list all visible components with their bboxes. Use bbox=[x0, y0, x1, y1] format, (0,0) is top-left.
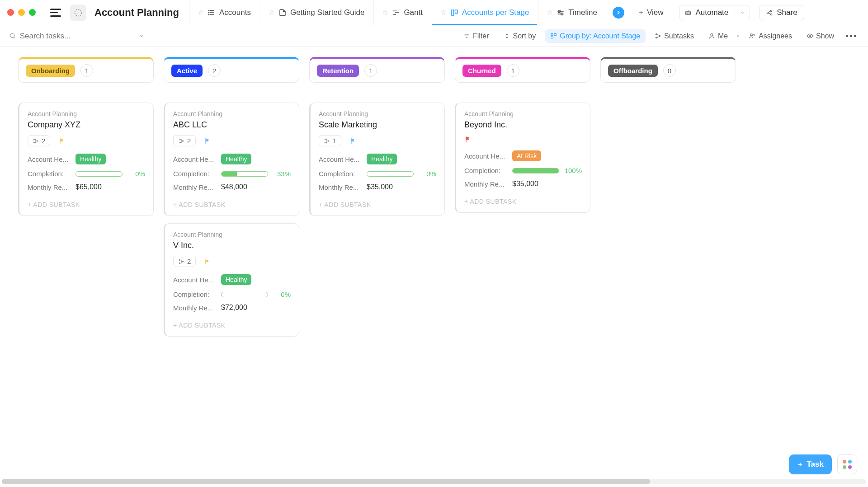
tab-label: Gantt bbox=[404, 8, 423, 17]
subtasks-button[interactable]: Subtasks bbox=[649, 29, 699, 43]
revenue-row: Monthly Re...$35,000 bbox=[319, 183, 436, 191]
chevron-down-icon[interactable] bbox=[735, 10, 745, 15]
svg-point-5 bbox=[208, 12, 209, 13]
search-input[interactable] bbox=[20, 32, 145, 41]
flag-icon[interactable] bbox=[349, 137, 357, 145]
sort-label: Sort by bbox=[513, 32, 536, 40]
tab-accounts-per-stage[interactable]: Accounts per Stage bbox=[432, 0, 537, 25]
person-icon bbox=[708, 33, 715, 39]
health-row: Account He...At Risk bbox=[464, 150, 582, 161]
eye-icon bbox=[807, 33, 813, 39]
task-card[interactable]: Account PlanningABC LLC2Account He...Hea… bbox=[164, 103, 299, 216]
next-views-icon[interactable] bbox=[613, 7, 624, 19]
me-button[interactable]: Me bbox=[703, 29, 733, 43]
show-button[interactable]: Show bbox=[801, 29, 840, 43]
search-icon bbox=[9, 32, 16, 40]
menu-icon[interactable] bbox=[50, 9, 61, 17]
stage-pill: Retention bbox=[317, 65, 359, 77]
progress-value: 100% bbox=[564, 167, 582, 174]
column-churned: Churned1Account PlanningBeyond Inc.Accou… bbox=[455, 57, 590, 337]
column-header[interactable]: Retention1 bbox=[309, 57, 445, 83]
group-label: Group by: Account Stage bbox=[560, 32, 640, 40]
card-title: ABC LLC bbox=[173, 120, 291, 130]
close-window-icon[interactable] bbox=[7, 9, 14, 16]
svg-point-39 bbox=[750, 34, 752, 36]
add-subtask-button[interactable]: + ADD SUBTASK bbox=[28, 197, 145, 212]
new-task-label: Task bbox=[807, 460, 824, 469]
robot-icon bbox=[684, 9, 692, 17]
count-badge: 1 bbox=[507, 64, 519, 77]
task-card[interactable]: Account PlanningCompany XYZ2Account He..… bbox=[18, 103, 154, 216]
tab-getting-started-guide[interactable]: Getting Started Guide bbox=[260, 0, 373, 25]
subtask-count[interactable]: 1 bbox=[319, 135, 341, 146]
floating-actions: Task bbox=[789, 454, 858, 474]
svg-point-50 bbox=[179, 262, 180, 263]
sort-button[interactable]: Sort by bbox=[498, 29, 542, 43]
tab-gantt[interactable]: Gantt bbox=[373, 0, 431, 25]
filter-button[interactable]: Filter bbox=[458, 29, 495, 43]
progress-value: 0% bbox=[127, 170, 145, 178]
svg-point-41 bbox=[809, 35, 811, 37]
add-subtask-button[interactable]: + ADD SUBTASK bbox=[464, 193, 582, 209]
count-badge: 2 bbox=[208, 64, 221, 77]
svg-point-44 bbox=[33, 142, 34, 143]
field-label: Account He... bbox=[173, 155, 217, 163]
column-header[interactable]: Active2 bbox=[164, 57, 299, 83]
space-icon[interactable] bbox=[70, 5, 86, 21]
meta-row: 1 bbox=[319, 135, 436, 146]
svg-point-35 bbox=[656, 34, 657, 35]
column-header[interactable]: Churned1 bbox=[455, 57, 590, 83]
svg-rect-10 bbox=[451, 10, 453, 15]
flag-icon[interactable] bbox=[204, 137, 211, 145]
horizontal-scrollbar[interactable] bbox=[2, 479, 866, 484]
health-badge: At Risk bbox=[512, 150, 541, 161]
svg-point-46 bbox=[182, 140, 183, 141]
svg-point-40 bbox=[753, 34, 755, 36]
apps-button[interactable] bbox=[837, 454, 857, 474]
subtask-count[interactable]: 2 bbox=[28, 135, 50, 146]
window-controls bbox=[7, 9, 36, 16]
task-card[interactable]: Account PlanningScale Marketing1Account … bbox=[309, 103, 445, 216]
subtask-count[interactable]: 2 bbox=[173, 135, 196, 146]
chevron-down-icon[interactable] bbox=[138, 33, 145, 39]
flag-icon[interactable] bbox=[464, 135, 472, 143]
flag-icon[interactable] bbox=[58, 137, 66, 145]
minimize-window-icon[interactable] bbox=[18, 9, 25, 16]
tab-accounts[interactable]: Accounts bbox=[189, 0, 259, 25]
plus-icon bbox=[797, 461, 803, 468]
scrollbar-thumb[interactable] bbox=[2, 479, 650, 484]
assignees-button[interactable]: Assignees bbox=[743, 29, 797, 43]
add-subtask-button[interactable]: + ADD SUBTASK bbox=[319, 197, 436, 212]
automate-label: Automate bbox=[696, 8, 729, 17]
revenue-value: $72,000 bbox=[221, 304, 247, 312]
new-task-button[interactable]: Task bbox=[789, 454, 832, 474]
column-header[interactable]: Onboarding1 bbox=[18, 57, 154, 83]
automate-button[interactable]: Automate bbox=[679, 5, 750, 20]
tab-timeline[interactable]: Timeline bbox=[538, 0, 605, 25]
column-header[interactable]: Offboarding0 bbox=[600, 57, 736, 83]
card-title: Scale Marketing bbox=[319, 120, 436, 130]
share-button[interactable]: Share bbox=[759, 5, 804, 20]
group-by-button[interactable]: Group by: Account Stage bbox=[545, 29, 646, 43]
add-subtask-button[interactable]: + ADD SUBTASK bbox=[173, 197, 291, 212]
column-retention: Retention1Account PlanningScale Marketin… bbox=[309, 57, 445, 337]
kanban-board: Onboarding1Account PlanningCompany XYZ2A… bbox=[0, 47, 868, 337]
health-row: Account He...Healthy bbox=[173, 274, 291, 285]
task-card[interactable]: Account PlanningV Inc.2Account He...Heal… bbox=[164, 223, 299, 337]
progress-bar bbox=[75, 171, 123, 177]
add-view-button[interactable]: View bbox=[632, 5, 670, 20]
flag-icon[interactable] bbox=[204, 258, 211, 266]
add-subtask-button[interactable]: + ADD SUBTASK bbox=[173, 317, 291, 332]
completion-row: Completion:33% bbox=[173, 170, 291, 178]
svg-rect-33 bbox=[554, 34, 556, 36]
tab-label: Timeline bbox=[568, 8, 597, 17]
toolbar: Filter Sort by Group by: Account Stage S… bbox=[0, 25, 868, 47]
svg-rect-34 bbox=[551, 37, 553, 38]
task-card[interactable]: Account PlanningBeyond Inc.Account He...… bbox=[455, 103, 590, 213]
subtask-count[interactable]: 2 bbox=[173, 256, 196, 267]
separator bbox=[737, 35, 739, 37]
maximize-window-icon[interactable] bbox=[29, 9, 36, 16]
more-icon[interactable] bbox=[843, 32, 859, 40]
me-label: Me bbox=[718, 32, 728, 40]
people-icon bbox=[748, 33, 756, 39]
